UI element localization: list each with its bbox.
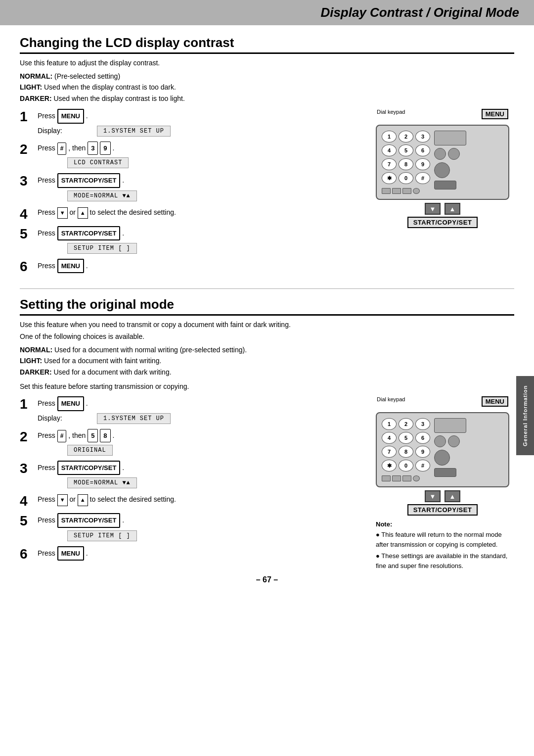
key-8: 8 (399, 158, 413, 170)
step5-text: Press START/COPY/SET . (38, 226, 361, 240)
step6-content: Press MENU . (38, 259, 361, 273)
step6-text: Press MENU . (38, 259, 361, 273)
s2-arrow-down[interactable]: ▼ (57, 494, 68, 506)
s2-step6-content: Press MENU . (38, 546, 361, 561)
s2-setting-light-label: LIGHT: (20, 357, 42, 365)
step2-number: 2 (20, 142, 38, 156)
section1-desc: Use this feature to adjust the display c… (20, 59, 514, 67)
s2-key-9: 9 (415, 446, 430, 458)
note-item-2: ● These settings are available in the st… (376, 551, 509, 570)
key-grid-1: 1 2 3 4 5 6 7 8 (382, 131, 430, 194)
s2-menu-button-1[interactable]: MENU (57, 396, 84, 411)
s2-key-0: 0 (399, 460, 413, 472)
menu-button-s6[interactable]: MENU (57, 259, 84, 273)
s2-small-btn-3 (402, 475, 411, 481)
s2-step4-number: 4 (20, 494, 38, 508)
page-header: Display Contrast / Original Mode (0, 0, 534, 25)
s2-arrow-buttons-row: ▼ ▲ (425, 490, 460, 502)
start-button-s5[interactable]: START/COPY/SET (57, 226, 121, 240)
s2-key-star: ✱ (382, 460, 397, 472)
s2-hash-button[interactable]: # (57, 430, 67, 443)
s2-small-btn-1 (382, 475, 391, 481)
keypad-right-panel (434, 131, 466, 194)
s2-step5-content: Press START/COPY/SET . SETUP ITEM [ ] (38, 513, 361, 541)
s2-step5: 5 Press START/COPY/SET . SETUP ITEM [ ] (20, 513, 361, 541)
display-box-s2: LCD CONTRAST (67, 157, 129, 168)
s2-step4-text: Press ▼ or ▲ to select the desired setti… (38, 493, 361, 506)
section2-right-area: Dial keypad MENU 1 2 3 4 (371, 396, 514, 570)
step3-number: 3 (20, 174, 38, 188)
s2-step1-content: Press MENU . Display: 1.SYSTEM SET UP (38, 396, 361, 424)
s2-key-row-2: 4 5 6 (382, 432, 430, 444)
step4-text: Press ▼ or ▲ to select the desired setti… (38, 206, 361, 219)
step4-number: 4 (20, 207, 38, 221)
section-divider (20, 288, 514, 289)
s2-start-button-3[interactable]: START/COPY/SET (57, 461, 121, 475)
s2-step1-text: Press MENU . (38, 396, 361, 411)
key3-s2[interactable]: 3 (88, 142, 98, 155)
keypad-top-labels: Dial keypad MENU (376, 109, 509, 119)
section1-settings: NORMAL: (Pre-selected setting) LIGHT: Us… (20, 71, 514, 104)
s2-dial-knob (434, 450, 450, 466)
s2-start-button-5[interactable]: START/COPY/SET (57, 513, 121, 527)
key-row-1: 1 2 3 (382, 131, 430, 142)
key-0: 0 (399, 172, 413, 184)
keypad-round-btns (434, 148, 466, 160)
step1-display-row: Display: 1.SYSTEM SET UP (38, 125, 361, 137)
s2-display-box-2: ORIGINAL (67, 445, 113, 456)
key-star: ✱ (382, 172, 397, 184)
key9-s2[interactable]: 9 (100, 142, 110, 155)
s2-key-row-3: 7 8 9 (382, 446, 430, 458)
key-4: 4 (382, 144, 397, 156)
section-original-mode: Setting the original mode Use this featu… (20, 297, 514, 570)
side-tab-general-info: General Information (516, 376, 534, 455)
s2-key-8: 8 (399, 446, 413, 458)
s2-setting-darker-text: Used for a document with dark writing. (53, 368, 171, 376)
s2-display-box-1: 1.SYSTEM SET UP (97, 413, 171, 424)
menu-button-s1[interactable]: MENU (57, 109, 84, 123)
key-6: 6 (415, 144, 430, 156)
s2-arrow-up-diagram: ▲ (445, 490, 460, 502)
arrow-up-s4[interactable]: ▲ (78, 207, 88, 219)
s2-arrow-up[interactable]: ▲ (78, 494, 88, 506)
s2-key-row-4: ✱ 0 # (382, 460, 430, 472)
s2-setting-light-text: Used for a document with faint writing. (44, 357, 161, 365)
s2-key8[interactable]: 8 (100, 429, 110, 442)
dial-knob (434, 162, 450, 178)
s2-round-btn-1 (434, 435, 446, 447)
s2-step2-content: Press # , then 5 8 . ORIGINAL (38, 429, 361, 456)
s2-dial-keypad-label: Dial keypad (377, 396, 405, 407)
start-button-s3[interactable]: START/COPY/SET (57, 173, 121, 188)
s2-setting-normal-label: NORMAL: (20, 346, 52, 354)
main-content: Changing the LCD display contrast Use th… (0, 25, 534, 599)
round-btn-1 (434, 148, 446, 160)
hash-button-s2[interactable]: # (57, 142, 67, 155)
s2-key5[interactable]: 5 (88, 429, 98, 442)
s2-step3-number: 3 (20, 462, 38, 475)
dial-keypad-label: Dial keypad (377, 109, 405, 119)
s2-setting-light: LIGHT: Used for a document with faint wr… (20, 355, 514, 366)
step5: 5 Press START/COPY/SET . SETUP ITEM [ ] (20, 226, 361, 254)
s2-bottom-btn-row (382, 475, 430, 481)
key-1: 1 (382, 131, 397, 142)
s2-step1: 1 Press MENU . Display: 1.SYSTEM SET UP (20, 396, 361, 424)
s2-step6: 6 Press MENU . (20, 546, 361, 561)
s2-step1-number: 1 (20, 397, 38, 411)
s2-keypad-labels: Dial keypad MENU (376, 396, 509, 410)
arrow-down-s4[interactable]: ▼ (57, 207, 68, 219)
s2-keypad-top-labels: Dial keypad MENU (376, 396, 509, 407)
small-btn-2 (392, 188, 401, 194)
step2: 2 Press # , then 3 9 . LCD CONTRAST (20, 142, 361, 169)
s2-menu-button-6[interactable]: MENU (57, 546, 84, 561)
s2-small-btn-2 (392, 475, 401, 481)
section1-steps-container: 1 Press MENU . Display: 1.SYSTEM SET UP (20, 109, 514, 279)
step6-number: 6 (20, 260, 38, 274)
step3: 3 Press START/COPY/SET . MODE=NORMAL ▼▲ (20, 173, 361, 201)
s2-step2-text: Press # , then 5 8 . (38, 429, 361, 443)
s2-key-3: 3 (415, 418, 430, 430)
note-box: Note: ● This feature will return to the … (376, 520, 509, 570)
section2-title: Setting the original mode (20, 297, 514, 316)
setting-light-text: Used when the display contrast is too da… (44, 83, 176, 91)
keypad-diagram-2: 1 2 3 4 5 6 7 8 (376, 412, 509, 487)
arrow-up-diagram: ▲ (445, 203, 460, 215)
